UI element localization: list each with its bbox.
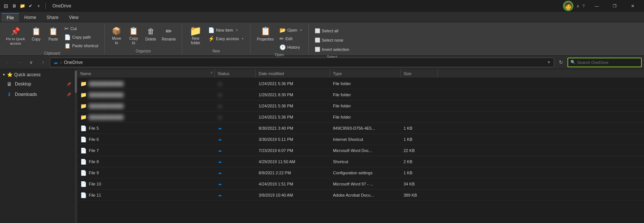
paste-btn[interactable]: 📋 Paste xyxy=(45,25,61,47)
col-size: 1 KB xyxy=(401,123,438,133)
col-header-size[interactable]: Size xyxy=(401,69,438,78)
col-type: Configuration settings xyxy=(330,167,401,178)
col-type: Adobe Acrobat Docu... xyxy=(330,190,401,200)
window-title: OneDrive xyxy=(52,3,71,9)
history-btn[interactable]: 🕐 History xyxy=(277,43,305,51)
paste-shortcut-btn[interactable]: 📋 Paste shortcut xyxy=(62,42,100,50)
table-row[interactable]: 📁 ████████████ ☁ 1/24/2021 5:36 PM File … xyxy=(77,78,644,89)
col-size: 22 KB xyxy=(401,145,438,156)
table-row[interactable]: 📁 ████████████ ☁ 1/24/2021 5:36 PM File … xyxy=(77,100,644,112)
col-name: 📄 File 8 xyxy=(77,156,215,167)
copy-btn[interactable]: 📋 Copy xyxy=(28,25,44,47)
tab-share[interactable]: Share xyxy=(41,13,64,22)
sidebar-item-downloads[interactable]: ⬇ Downloads 📌 xyxy=(0,89,74,100)
copy-path-icon: 📄 xyxy=(64,34,71,40)
table-row[interactable]: 📁 ████████████ ☁ 1/24/2021 5:36 PM File … xyxy=(77,112,644,123)
address-bar[interactable]: ☁ › OneDrive ▼ xyxy=(50,58,554,67)
col-type: Microsoft Word 97 - ... xyxy=(330,178,401,189)
select-all-label: Select all xyxy=(322,29,339,33)
col-header-date[interactable]: Date modified xyxy=(256,69,330,78)
table-row[interactable]: 📄 File 7 ☁ 7/23/2019 6:07 PM Microsoft W… xyxy=(77,145,644,156)
tab-file[interactable]: File xyxy=(1,13,19,22)
quick-access-icon-1: 🖥 xyxy=(11,3,17,9)
tab-home[interactable]: Home xyxy=(19,13,41,22)
col-header-name[interactable]: Name ∧ xyxy=(77,69,215,78)
invert-selection-btn[interactable]: ⬜ Invert selection xyxy=(313,45,352,54)
table-row[interactable]: 📄 File 9 ☁ 8/9/2021 2:22 PM Configuratio… xyxy=(77,167,644,178)
file-list-container: Name ∧ Status Date modified Type Size 📁 … xyxy=(77,69,644,223)
easy-access-icon: ⚡ xyxy=(208,36,214,42)
pin-btn-label: Pin to Quick access xyxy=(6,37,25,45)
file-name-text: File 8 xyxy=(89,159,99,164)
col-header-type[interactable]: Type xyxy=(330,69,401,78)
copy-btn-label: Copy xyxy=(32,37,41,42)
col-date: 3/30/2019 5:11 PM xyxy=(256,134,330,145)
edit-btn[interactable]: ✏ Edit xyxy=(277,35,305,43)
select-all-icon: ⬜ xyxy=(315,28,320,33)
table-row[interactable]: 📁 ████████████ ☁ 1/29/2021 8:30 PM File … xyxy=(77,89,644,100)
search-input[interactable] xyxy=(577,60,639,65)
col-name: 📁 ████████████ xyxy=(77,112,215,122)
paste-shortcut-icon: 📋 xyxy=(64,43,71,49)
rename-btn[interactable]: ✏ Rename xyxy=(160,25,178,47)
table-row[interactable]: 📄 File 6 ☁ 3/30/2019 5:11 PM Internet Sh… xyxy=(77,134,644,145)
forward-btn[interactable]: → xyxy=(14,57,25,68)
desktop-icon: 🖥 xyxy=(6,81,13,87)
pin-to-quick-access-btn[interactable]: 📌 Pin to Quick access xyxy=(4,25,27,47)
status-icon: ☁ xyxy=(218,170,222,175)
select-none-label: Select none xyxy=(322,38,343,42)
table-row[interactable]: 📄 File 11 ☁ 3/9/2019 10:40 AM Adobe Acro… xyxy=(77,190,644,201)
properties-label: Properties xyxy=(257,37,274,42)
table-row[interactable]: 📄 File 5 ☁ 8/30/2021 3:40 PM 849C9593-D7… xyxy=(77,123,644,134)
col-size: 34 KB xyxy=(401,178,438,189)
properties-btn[interactable]: 📋 Properties xyxy=(254,25,276,47)
open-btn[interactable]: 📂 Open ▼ xyxy=(277,26,305,34)
delete-btn[interactable]: 🗑 Delete xyxy=(143,25,159,47)
window-maximize-btn[interactable]: ❐ xyxy=(606,0,623,12)
col-status: ☁ xyxy=(215,167,256,178)
copy-to-btn[interactable]: 📋 Copy to xyxy=(126,25,142,47)
new-folder-btn[interactable]: 📁 New folder xyxy=(186,25,205,47)
window-close-btn[interactable]: ✕ xyxy=(624,0,641,12)
tab-view[interactable]: View xyxy=(64,13,84,22)
window-minimize-btn[interactable]: — xyxy=(588,0,605,12)
delete-label: Delete xyxy=(145,37,156,42)
sidebar-scrollbar[interactable] xyxy=(74,69,77,223)
quick-access-header[interactable]: ▼ ⭐ Quick access xyxy=(0,71,74,79)
col-size: 2 KB xyxy=(401,156,438,167)
easy-access-btn[interactable]: ⚡ Easy access ▼ xyxy=(206,35,246,43)
table-row[interactable]: 📄 File 8 ☁ 4/29/2019 11:50 AM Shortcut 2… xyxy=(77,156,644,167)
table-row[interactable]: 📄 File 10 ☁ 4/24/2019 1:51 PM Microsoft … xyxy=(77,178,644,190)
quick-access-customize[interactable]: ▼ xyxy=(36,3,42,9)
select-none-btn[interactable]: ⬜ Select none xyxy=(313,36,352,44)
col-status: ☁ xyxy=(215,123,256,133)
new-item-icon: 📄 xyxy=(208,27,214,33)
search-box[interactable]: 🔍 xyxy=(567,58,642,67)
select-all-btn[interactable]: ⬜ Select all xyxy=(313,27,352,35)
window-controls: 🧑 ∧ ? — ❐ ✕ xyxy=(563,0,641,12)
name-sort-icon[interactable]: ∧ xyxy=(210,71,213,74)
nav-bar: ← → ∨ ↑ ☁ › OneDrive ▼ ↻ 🔍 xyxy=(0,56,644,69)
user-avatar[interactable]: 🧑 xyxy=(563,1,573,11)
up-btn[interactable]: ↑ xyxy=(38,57,48,68)
cut-btn[interactable]: ✂ Cut xyxy=(62,25,100,33)
refresh-btn[interactable]: ↻ xyxy=(556,57,566,68)
new-item-btn[interactable]: 📄 New item ▼ xyxy=(206,26,246,34)
recent-locations-btn[interactable]: ∨ xyxy=(26,57,36,68)
edit-icon: ✏ xyxy=(279,36,284,42)
back-btn[interactable]: ← xyxy=(2,57,13,68)
col-header-status[interactable]: Status xyxy=(215,69,256,78)
col-date: 3/9/2019 10:40 AM xyxy=(256,190,330,200)
copy-path-btn[interactable]: 📄 Copy path xyxy=(62,33,100,41)
sidebar-item-desktop[interactable]: 🖥 Desktop 📌 xyxy=(0,79,74,89)
col-size: 1 KB xyxy=(401,167,438,178)
address-dropdown-btn[interactable]: ▼ xyxy=(547,60,551,64)
help-btn[interactable]: ? xyxy=(582,4,585,8)
move-to-btn[interactable]: 📦 Move to xyxy=(109,25,125,47)
col-name: 📄 File 11 xyxy=(77,190,215,200)
sidebar-scroll-thumb[interactable] xyxy=(75,71,77,93)
address-separator: › xyxy=(60,60,62,65)
ribbon-minimize-btn[interactable]: ∧ xyxy=(576,4,579,9)
col-size xyxy=(401,89,438,100)
status-icon: ☁ xyxy=(218,126,222,130)
